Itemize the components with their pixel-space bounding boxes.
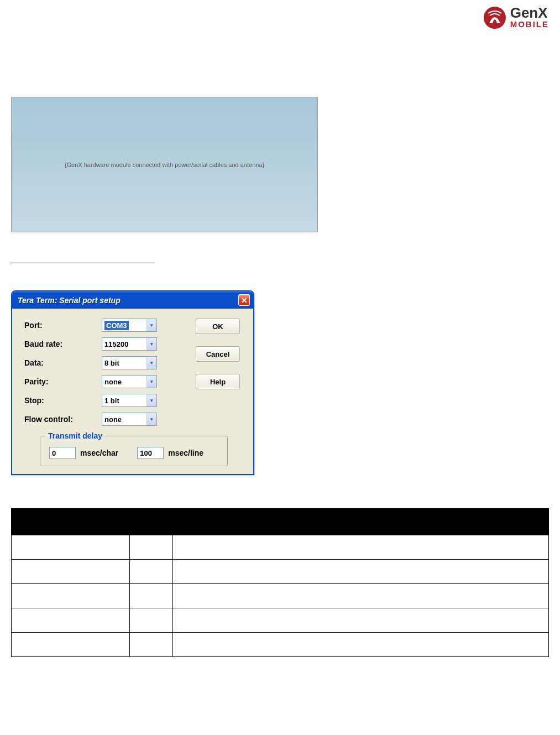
section-divider [11,254,155,263]
port-label: Port: [24,321,102,330]
flow-value: none [104,415,122,424]
dialog-title: Tera Term: Serial port setup [18,296,121,305]
stop-select[interactable]: 1 bit ▾ [102,394,157,407]
baud-label: Baud rate: [24,340,102,348]
baud-select[interactable]: 115200 ▾ [102,337,157,351]
close-button[interactable]: ✕ [238,294,250,306]
transmit-delay-legend: Transmit delay [46,431,104,440]
table-header-row [12,509,549,535]
data-select[interactable]: 8 bit ▾ [102,356,157,369]
logo-sub: MOBILE [510,19,549,29]
dialog-button-column: OK Cancel Help [196,319,240,389]
brand-logo: GenX MOBILE [483,6,549,30]
table-row [12,608,549,633]
logo-text-block: GenX MOBILE [510,7,549,29]
table-row [12,535,549,560]
baud-value: 115200 [104,340,128,348]
ok-button[interactable]: OK [196,319,240,334]
parity-label: Parity: [24,377,102,386]
table-header-cell [129,509,172,535]
delay-row: msec/char msec/line [49,447,218,459]
data-value: 8 bit [104,359,119,367]
msec-line-label: msec/line [168,449,203,457]
cancel-button[interactable]: Cancel [196,346,240,362]
table-row [12,584,549,608]
msec-char-input[interactable] [49,447,76,459]
config-table [11,508,549,657]
close-icon: ✕ [241,296,248,304]
stop-label: Stop: [24,396,102,405]
port-value: COM3 [104,321,129,330]
flow-select[interactable]: none ▾ [102,413,157,426]
chevron-down-icon: ▾ [146,413,156,425]
road-signal-icon [483,6,507,30]
hardware-photo: [GenX hardware module connected with pow… [11,97,318,232]
dialog-titlebar[interactable]: Tera Term: Serial port setup ✕ [12,291,253,309]
stop-value: 1 bit [104,397,119,405]
parity-select[interactable]: none ▾ [102,375,157,388]
chevron-down-icon: ▾ [146,319,156,331]
photo-alt-text: [GenX hardware module connected with pow… [65,161,264,168]
help-button[interactable]: Help [196,374,240,389]
table-header-cell [172,509,548,535]
logo-main: GenX [510,7,549,19]
chevron-down-icon: ▾ [146,376,156,388]
table-row [12,633,549,657]
flow-label: Flow control: [24,415,102,424]
table-header-cell [12,509,130,535]
port-select[interactable]: COM3 ▾ [102,319,157,332]
data-label: Data: [24,358,102,367]
serial-port-setup-dialog: Tera Term: Serial port setup ✕ Port: COM… [11,290,254,475]
parity-value: none [104,378,122,386]
chevron-down-icon: ▾ [146,394,156,406]
dialog-body: Port: COM3 ▾ Baud rate: 115200 ▾ Data: 8… [12,309,253,474]
transmit-delay-group: Transmit delay msec/char msec/line [40,431,228,466]
chevron-down-icon: ▾ [146,338,156,350]
table-row [12,560,549,584]
msec-line-input[interactable] [137,447,164,459]
msec-char-label: msec/char [80,449,118,457]
chevron-down-icon: ▾ [146,357,156,369]
